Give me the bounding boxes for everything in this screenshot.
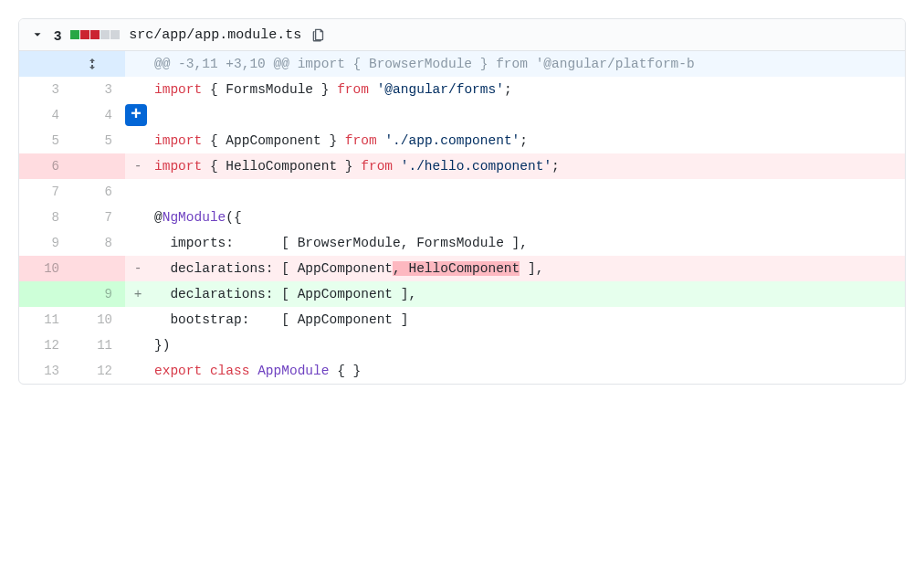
diff-marker [125,128,151,153]
line-number-new[interactable]: 4 [72,102,125,128]
line-number-new[interactable]: 5 [72,128,125,153]
change-count: 3 [54,27,61,43]
line-number-old[interactable]: 7 [19,179,72,205]
code-cell: }) [151,332,905,358]
diffstat-square [110,30,120,39]
code-cell: import { FormsModule } from '@angular/fo… [151,77,905,102]
line-number-old[interactable]: 8 [19,205,72,230]
hunk-text: @@ -3,11 +3,10 @@ import { BrowserModule… [151,51,905,77]
line-number-new[interactable]: 6 [72,179,125,205]
diff-row: 76 [19,179,905,205]
diff-row: 9+ declarations: [ AppComponent ], [19,281,905,307]
clipboard-icon[interactable] [310,26,327,43]
diffstat-square [100,30,110,39]
code-cell: export class AppModule { } [151,358,905,384]
diff-marker [125,230,151,256]
code-cell: declarations: [ AppComponent ], [151,281,905,307]
line-number-new[interactable]: 8 [72,230,125,256]
line-number-old[interactable]: 11 [19,307,72,332]
diffstat-square [90,30,100,39]
diff-marker [125,205,151,230]
diff-row: 33import { FormsModule } from '@angular/… [19,77,905,102]
line-number-old[interactable]: 6 [19,153,72,179]
code-cell: import { HelloComponent } from './hello.… [151,153,905,179]
code-cell: import { AppComponent } from './app.comp… [151,128,905,153]
code-cell: bootstrap: [ AppComponent ] [151,307,905,332]
add-comment-button[interactable]: + [125,104,147,126]
code-cell: declarations: [ AppComponent, HelloCompo… [151,256,905,281]
expand-hunk[interactable] [72,51,125,77]
line-number-old[interactable]: 13 [19,358,72,384]
line-number-new[interactable] [72,153,125,179]
diff-file: 3 src/app/app.module.ts @@ -3,11 +3,10 @… [18,18,906,385]
diff-marker [125,77,151,102]
line-number-new[interactable]: 7 [72,205,125,230]
diff-marker [125,358,151,384]
diff-row: 1110 bootstrap: [ AppComponent ] [19,307,905,332]
code-cell [151,179,905,205]
code-cell: imports: [ BrowserModule, FormsModule ], [151,230,905,256]
code-cell [151,102,905,128]
line-number-new[interactable]: 12 [72,358,125,384]
code-cell: @NgModule({ [151,205,905,230]
line-number-new[interactable]: 10 [72,307,125,332]
line-number-new[interactable]: 11 [72,332,125,358]
line-number-old[interactable]: 12 [19,332,72,358]
diff-marker: - [125,153,151,179]
diff-marker: - [125,256,151,281]
chevron-down-icon[interactable] [30,27,45,42]
diff-marker [125,307,151,332]
line-number-old[interactable]: 10 [19,256,72,281]
diff-marker: + [125,281,151,307]
diff-body: @@ -3,11 +3,10 @@ import { BrowserModule… [19,51,905,384]
line-number-new[interactable] [72,256,125,281]
line-number-new[interactable]: 9 [72,281,125,307]
diff-row: 10- declarations: [ AppComponent, HelloC… [19,256,905,281]
diff-row: 1312export class AppModule { } [19,358,905,384]
line-number-new[interactable]: 3 [72,77,125,102]
diffstat-square [80,30,89,39]
diff-row: 87@NgModule({ [19,205,905,230]
diff-marker [125,179,151,205]
diff-table: @@ -3,11 +3,10 @@ import { BrowserModule… [19,51,905,384]
diff-row: 1211}) [19,332,905,358]
hunk-header: @@ -3,11 +3,10 @@ import { BrowserModule… [19,51,905,77]
line-number-old[interactable] [19,281,72,307]
diff-row: 44+ [19,102,905,128]
diffstat [70,30,120,39]
file-header: 3 src/app/app.module.ts [19,19,905,51]
line-number-old[interactable]: 5 [19,128,72,153]
line-number-old[interactable]: 9 [19,230,72,256]
file-path[interactable]: src/app/app.module.ts [129,27,301,43]
diff-row: 98 imports: [ BrowserModule, FormsModule… [19,230,905,256]
diff-row: 6-import { HelloComponent } from './hell… [19,153,905,179]
line-number-old[interactable]: 4 [19,102,72,128]
expand-icon [72,51,112,77]
diff-marker: + [125,102,151,128]
diffstat-square [70,30,79,39]
diff-row: 55import { AppComponent } from './app.co… [19,128,905,153]
diff-marker [125,332,151,358]
line-number-old[interactable]: 3 [19,77,72,102]
